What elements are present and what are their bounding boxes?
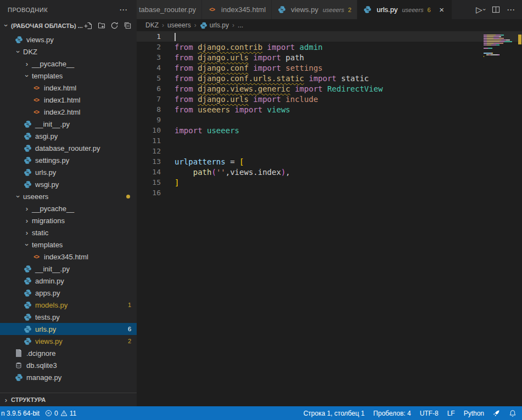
python-file-icon xyxy=(14,373,23,382)
html-file-icon: <> xyxy=(207,7,216,13)
status-item-строка-1-столбец-1[interactable]: Строка 1, столбец 1 xyxy=(304,410,364,417)
code-line-9[interactable]: 9 xyxy=(137,115,522,125)
code-line-2[interactable]: 2from django.contrib import admin xyxy=(137,42,522,52)
tree-item-dkz[interactable]: ›DKZ xyxy=(0,46,137,58)
tree-item-pycache[interactable]: ›__pycache__ xyxy=(0,58,137,70)
line-number: 8 xyxy=(137,105,161,113)
tree-item-useeers[interactable]: ›useeers xyxy=(0,190,137,202)
editor-more-actions-icon[interactable]: ⋯ xyxy=(507,5,515,15)
tree-item-urls-py[interactable]: urls.py xyxy=(0,166,137,178)
code-line-12[interactable]: 12 xyxy=(137,146,522,156)
code-token: = xyxy=(226,157,239,166)
tree-item-pycache[interactable]: ›__pycache__ xyxy=(0,202,137,214)
workspace-label: (РАБОЧАЯ ОБЛАСТЬ) ... xyxy=(11,22,83,29)
tree-item-templates[interactable]: ›templates xyxy=(0,239,137,251)
python-file-icon xyxy=(23,325,32,333)
code-token: ] xyxy=(175,178,179,187)
tree-item-init-py[interactable]: __init__.py xyxy=(0,118,137,130)
collapse-all-icon[interactable] xyxy=(123,21,132,30)
code-line-8[interactable]: 8from useeers import views xyxy=(137,104,522,115)
code-line-3[interactable]: 3from django.urls import path xyxy=(137,52,522,63)
refresh-icon[interactable] xyxy=(110,21,119,30)
python-file-icon xyxy=(277,5,286,14)
bell-icon[interactable] xyxy=(509,410,517,417)
tree-item-label: views.py xyxy=(26,36,54,44)
breadcrumb-item-[interactable]: ... xyxy=(238,21,243,29)
tree-item-apps-py[interactable]: apps.py xyxy=(0,287,137,299)
chevron-right-icon: › xyxy=(23,60,31,68)
python-file-icon xyxy=(23,337,32,345)
tree-item-asgi-py[interactable]: asgi.py xyxy=(0,130,137,142)
line-content: urlpatterns = [ xyxy=(161,157,244,166)
tab-index345-html[interactable]: <>index345.html xyxy=(202,0,272,19)
tree-item-index345-html[interactable]: <>index345.html xyxy=(0,251,137,263)
status-item-python[interactable]: Python xyxy=(464,410,484,417)
code-token: RedirectView xyxy=(327,84,383,93)
status-item-lf[interactable]: LF xyxy=(447,410,455,417)
code-line-6[interactable]: 6from django.views.generic import Redire… xyxy=(137,83,522,94)
code-line-4[interactable]: 4from django.conf import settings xyxy=(137,63,522,73)
tree-item-views-py[interactable]: views.py2 xyxy=(0,335,137,347)
code-line-1[interactable]: 1 xyxy=(137,31,522,42)
tab-urls-py[interactable]: urls.pyuseeers6× xyxy=(357,0,452,19)
split-editor-icon[interactable] xyxy=(492,5,500,14)
rocket-icon[interactable] xyxy=(493,410,500,417)
new-folder-icon[interactable] xyxy=(97,21,106,30)
workspace-section-header[interactable]: › (РАБОЧАЯ ОБЛАСТЬ) ... xyxy=(0,19,137,32)
code-line-10[interactable]: 10import useeers xyxy=(137,125,522,135)
tree-item-index1-html[interactable]: <>index1.html xyxy=(0,94,137,106)
python-file-icon xyxy=(200,21,207,30)
problems-status[interactable]: 0 11 xyxy=(45,410,76,417)
tree-item-init-py[interactable]: __init__.py xyxy=(0,263,137,275)
python-interpreter-status[interactable]: n 3.9.5 64-bit xyxy=(1,410,40,417)
tree-item-models-py[interactable]: models.py1 xyxy=(0,299,137,311)
new-file-icon[interactable] xyxy=(83,21,93,30)
code-line-5[interactable]: 5from django.conf.urls.static import sta… xyxy=(137,73,522,83)
tab-tabase-roouter-py[interactable]: tabase_roouter.py xyxy=(137,0,202,19)
tree-item-views-py[interactable]: views.py xyxy=(0,33,137,46)
tree-item-database-roouter-py[interactable]: database_roouter.py xyxy=(0,142,137,154)
code-line-15[interactable]: 15] xyxy=(137,177,522,188)
breadcrumb-item-urls-py[interactable]: urls.py xyxy=(200,21,229,30)
code-editor[interactable]: 12from django.contrib import admin3from … xyxy=(137,31,522,406)
explorer-title: ПРОВОДНИК xyxy=(8,7,48,13)
tab-label: views.py xyxy=(291,5,318,14)
tab-views-py[interactable]: views.pyuseeers2 xyxy=(272,0,357,19)
explorer-more-actions-icon[interactable]: ⋯ xyxy=(119,5,128,15)
breadcrumb-label: DKZ xyxy=(145,21,159,29)
tree-item-admin-py[interactable]: admin.py xyxy=(0,275,137,287)
breadcrumb-item-useeers[interactable]: useeers xyxy=(167,21,191,29)
code-token: useeers xyxy=(207,126,239,135)
tree-item-index2-html[interactable]: <>index2.html xyxy=(0,106,137,118)
close-icon[interactable]: × xyxy=(437,5,446,14)
modified-dot-icon xyxy=(126,195,130,198)
code-token xyxy=(175,168,193,177)
python-file-icon xyxy=(23,180,32,189)
status-item-utf-8[interactable]: UTF-8 xyxy=(420,410,439,417)
tree-item-static[interactable]: ›static xyxy=(0,226,137,239)
tree-item-wsgi-py[interactable]: wsgi.py xyxy=(0,178,137,190)
code-line-7[interactable]: 7from django.urls import include xyxy=(137,94,522,104)
code-line-14[interactable]: 14 path('',views.index), xyxy=(137,167,522,177)
python-file-icon xyxy=(23,277,32,285)
code-line-16[interactable]: 16 xyxy=(137,188,522,198)
minimap[interactable] xyxy=(484,31,518,59)
status-item-пробелов-4[interactable]: Пробелов: 4 xyxy=(373,410,411,417)
code-token: path xyxy=(285,53,304,62)
outline-section-header[interactable]: › СТРУКТУРА xyxy=(0,393,137,406)
code-token: useeers xyxy=(198,105,230,114)
breadcrumb-item-dkz[interactable]: DKZ xyxy=(145,21,159,29)
code-line-13[interactable]: 13urlpatterns = [ xyxy=(137,156,522,167)
code-token: from xyxy=(175,95,198,104)
run-dropdown-icon[interactable]: › xyxy=(481,9,487,10)
tree-item-templates[interactable]: ›templates xyxy=(0,70,137,82)
tree-item-dcignore[interactable]: .dcignore xyxy=(0,347,137,359)
tree-item-index-html[interactable]: <>index.html xyxy=(0,82,137,94)
tree-item-settings-py[interactable]: settings.py xyxy=(0,154,137,166)
tree-item-migrations[interactable]: ›migrations xyxy=(0,214,137,226)
tree-item-db-sqlite3[interactable]: db.sqlite3 xyxy=(0,359,137,371)
tree-item-manage-py[interactable]: manage.py xyxy=(0,371,137,383)
tree-item-tests-py[interactable]: tests.py xyxy=(0,311,137,323)
tree-item-urls-py[interactable]: urls.py6 xyxy=(0,323,137,335)
code-line-11[interactable]: 11 xyxy=(137,135,522,146)
